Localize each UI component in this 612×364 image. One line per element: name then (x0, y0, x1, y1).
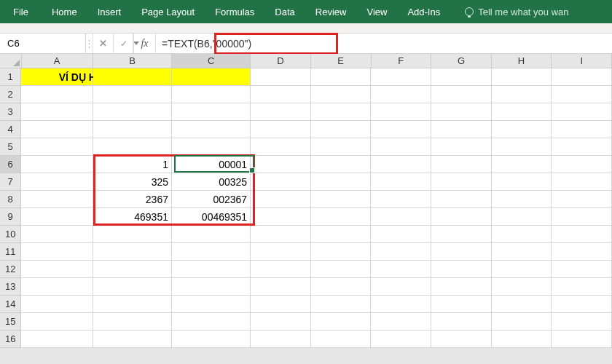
cell-E3[interactable] (311, 103, 372, 121)
cell-D8[interactable] (251, 191, 311, 208)
cell-B10[interactable] (93, 226, 172, 243)
cell-D13[interactable] (251, 278, 311, 296)
cell-F16[interactable] (371, 331, 431, 348)
cell-F9[interactable] (371, 208, 431, 226)
cell-G11[interactable] (431, 243, 492, 261)
cell-A13[interactable] (21, 278, 93, 296)
cell-I7[interactable] (552, 173, 612, 191)
row-header-7[interactable]: 7 (0, 173, 21, 191)
cell-A11[interactable] (21, 243, 93, 261)
cell-E16[interactable] (311, 331, 372, 348)
column-header-f[interactable]: F (372, 54, 432, 68)
cell-F12[interactable] (371, 261, 431, 278)
cell-I4[interactable] (552, 121, 612, 138)
cell-H16[interactable] (492, 331, 552, 348)
row-header-8[interactable]: 8 (0, 191, 21, 208)
cell-H5[interactable] (492, 138, 552, 156)
row-header-3[interactable]: 3 (0, 103, 21, 121)
fx-button[interactable]: fx (134, 33, 156, 53)
cell-G16[interactable] (431, 331, 492, 348)
cell-F5[interactable] (371, 138, 431, 156)
cell-B7[interactable]: 325 (93, 173, 172, 191)
tab-formulas[interactable]: Formulas (205, 0, 264, 23)
cell-A5[interactable] (21, 138, 93, 156)
cell-C9[interactable]: 00469351 (172, 208, 251, 226)
cell-I16[interactable] (552, 331, 612, 348)
cell-D16[interactable] (251, 331, 311, 348)
cell-A15[interactable] (21, 313, 93, 331)
row-header-12[interactable]: 12 (0, 261, 21, 278)
cell-G6[interactable] (431, 156, 492, 173)
cell-F4[interactable] (371, 121, 431, 138)
tab-home[interactable]: Home (42, 0, 87, 23)
cell-G13[interactable] (431, 278, 492, 296)
cell-I5[interactable] (552, 138, 612, 156)
row-header-16[interactable]: 16 (0, 331, 21, 348)
cell-G10[interactable] (431, 226, 492, 243)
cell-A7[interactable] (21, 173, 93, 191)
cell-I2[interactable] (552, 86, 612, 103)
cell-C11[interactable] (172, 243, 251, 261)
cell-I9[interactable] (552, 208, 612, 226)
cell-A12[interactable] (21, 261, 93, 278)
cell-E9[interactable] (311, 208, 372, 226)
tell-me-search[interactable]: Tell me what you wan (450, 7, 568, 17)
cell-I15[interactable] (552, 313, 612, 331)
cell-I3[interactable] (552, 103, 612, 121)
column-header-b[interactable]: B (93, 54, 172, 68)
column-header-h[interactable]: H (492, 54, 552, 68)
cell-E8[interactable] (311, 191, 372, 208)
cell-F15[interactable] (371, 313, 431, 331)
cell-E1[interactable] (311, 68, 372, 86)
cell-D6[interactable] (251, 156, 311, 173)
row-header-9[interactable]: 9 (0, 208, 21, 226)
cell-C2[interactable] (172, 86, 251, 103)
cell-G8[interactable] (431, 191, 492, 208)
cell-B6[interactable]: 1 (93, 156, 172, 173)
cell-D7[interactable] (251, 173, 311, 191)
cell-H12[interactable] (492, 261, 552, 278)
cell-D4[interactable] (251, 121, 311, 138)
cell-G2[interactable] (431, 86, 492, 103)
cell-E5[interactable] (311, 138, 372, 156)
cell-G4[interactable] (431, 121, 492, 138)
cell-E14[interactable] (311, 296, 372, 313)
cell-I1[interactable] (552, 68, 612, 86)
cell-H14[interactable] (492, 296, 552, 313)
cell-E15[interactable] (311, 313, 372, 331)
cell-B3[interactable] (93, 103, 172, 121)
cell-C12[interactable] (172, 261, 251, 278)
cell-A8[interactable] (21, 191, 93, 208)
cell-B1[interactable] (93, 68, 172, 86)
cell-D9[interactable] (251, 208, 311, 226)
cell-F6[interactable] (371, 156, 431, 173)
cell-G1[interactable] (431, 68, 492, 86)
cell-C10[interactable] (172, 226, 251, 243)
column-header-e[interactable]: E (311, 54, 372, 68)
cell-H1[interactable] (492, 68, 552, 86)
cell-H13[interactable] (492, 278, 552, 296)
tab-add-ins[interactable]: Add-Ins (397, 0, 450, 23)
cell-A6[interactable] (21, 156, 93, 173)
cell-H7[interactable] (492, 173, 552, 191)
cell-B13[interactable] (93, 278, 172, 296)
cell-G5[interactable] (431, 138, 492, 156)
cell-A16[interactable] (21, 331, 93, 348)
cell-B16[interactable] (93, 331, 172, 348)
cell-C8[interactable]: 002367 (172, 191, 251, 208)
cell-D12[interactable] (251, 261, 311, 278)
cell-A1[interactable]: VÍ DỤ HÀM TEXT TRONG EXCEL (21, 68, 93, 86)
cell-D10[interactable] (251, 226, 311, 243)
cell-H8[interactable] (492, 191, 552, 208)
cell-C1[interactable] (172, 68, 251, 86)
cell-H6[interactable] (492, 156, 552, 173)
tab-view[interactable]: View (356, 0, 397, 23)
column-header-i[interactable]: I (552, 54, 612, 68)
row-header-6[interactable]: 6 (0, 156, 21, 173)
tab-insert[interactable]: Insert (87, 0, 132, 23)
cell-E12[interactable] (311, 261, 372, 278)
cell-D3[interactable] (251, 103, 311, 121)
cell-F8[interactable] (371, 191, 431, 208)
cell-C5[interactable] (172, 138, 251, 156)
cell-E11[interactable] (311, 243, 372, 261)
